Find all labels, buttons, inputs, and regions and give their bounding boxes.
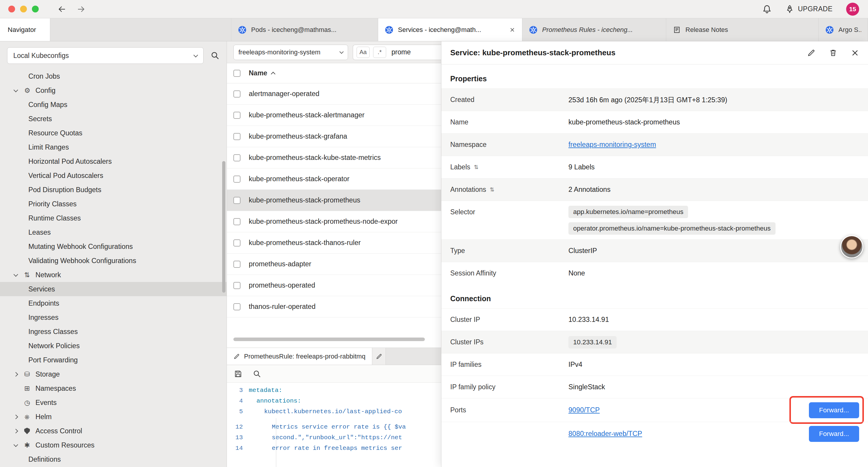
row-checkbox[interactable]: [234, 112, 241, 119]
table-row[interactable]: kube-prometheus-stack-operator: [227, 169, 441, 190]
floating-avatar[interactable]: [840, 235, 863, 258]
notification-badge[interactable]: 15: [846, 3, 859, 16]
expand-toggle-icon[interactable]: ⇅: [474, 164, 478, 171]
table-row[interactable]: kube-prometheus-stack-kube-state-metrics: [227, 147, 441, 169]
kubeconfig-select-value: Local Kubeconfigs: [13, 52, 69, 60]
sidebar-item-events[interactable]: ◷ Events: [0, 396, 226, 410]
sidebar-scrollbar[interactable]: [222, 161, 225, 293]
editor-tab-prometheusrule[interactable]: PrometheusRule: freeleaps-prod-rabbitmq: [227, 348, 372, 365]
sidebar-item-resource-quotas[interactable]: Resource Quotas: [0, 126, 226, 140]
table-row[interactable]: kube-prometheus-stack-alertmanager: [227, 105, 441, 126]
chevron-down-icon: [14, 444, 24, 446]
delete-button[interactable]: [829, 49, 837, 57]
chevron-right-icon: [14, 373, 24, 376]
table-row[interactable]: prometheus-operated: [227, 275, 441, 296]
sidebar-item-namespaces[interactable]: ⊞ Namespaces: [0, 381, 226, 396]
sidebar-item-runtime-classes[interactable]: Runtime Classes: [0, 211, 226, 225]
navigator-panel-tab[interactable]: Navigator: [0, 18, 50, 41]
row-checkbox[interactable]: [234, 197, 241, 204]
row-checkbox[interactable]: [234, 90, 241, 97]
table-row-selected[interactable]: kube-prometheus-stack-prometheus: [227, 190, 441, 211]
sidebar-item-validating-webhook-configurations[interactable]: Validating Webhook Configurations: [0, 254, 226, 268]
connection-heading: Connection: [441, 284, 868, 308]
sidebar-item-leases[interactable]: Leases: [0, 225, 226, 239]
forward-button[interactable]: Forward...: [809, 402, 859, 418]
code-line: error rate in freeleaps metrics ser: [249, 443, 402, 454]
forward-button[interactable]: [76, 5, 85, 13]
property-row-type: Type ClusterIP: [441, 239, 868, 262]
filter-input[interactable]: Aa .* prome: [353, 45, 441, 60]
tab-prometheus-rules[interactable]: Prometheus Rules - icecheng...: [522, 18, 666, 41]
match-case-toggle[interactable]: Aa: [356, 47, 370, 58]
forward-button[interactable]: Forward...: [809, 426, 859, 442]
window-minimize-button[interactable]: [20, 6, 27, 12]
editor-tab-partial[interactable]: [372, 348, 386, 365]
row-checkbox[interactable]: [234, 261, 241, 268]
sidebar-item-network[interactable]: ⇅ Network: [0, 268, 226, 282]
namespace-link[interactable]: freeleaps-monitoring-system: [568, 141, 656, 149]
table-row[interactable]: kube-prometheus-stack-prometheus-node-ex…: [227, 211, 441, 232]
row-checkbox[interactable]: [234, 154, 241, 162]
save-button[interactable]: [234, 370, 242, 378]
sidebar-item-config-maps[interactable]: Config Maps: [0, 97, 226, 112]
sidebar-item-cron-jobs[interactable]: Cron Jobs: [0, 69, 226, 83]
sidebar-item-horizontal-pod-autoscalers[interactable]: Horizontal Pod Autoscalers: [0, 154, 226, 169]
sidebar-item-vertical-pod-autoscalers[interactable]: Vertical Pod Autoscalers: [0, 169, 226, 183]
row-checkbox[interactable]: [234, 239, 241, 246]
sidebar-item-services[interactable]: Services: [0, 282, 226, 296]
edit-button[interactable]: [807, 49, 815, 57]
sidebar-item-custom-resources[interactable]: ✱ Custom Resources: [0, 438, 226, 452]
editor-search-button[interactable]: [253, 370, 261, 378]
tab-release-notes[interactable]: Release Notes: [666, 18, 819, 41]
sidebar-item-priority-classes[interactable]: Priority Classes: [0, 197, 226, 211]
sidebar-item-endpoints[interactable]: Endpoints: [0, 296, 226, 310]
port-link-9090[interactable]: 9090/TCP: [568, 406, 600, 414]
sidebar-item-storage[interactable]: ⛁ Storage: [0, 367, 226, 381]
close-button[interactable]: [851, 49, 859, 57]
namespace-select[interactable]: freeleaps-monitoring-system: [234, 45, 348, 60]
row-checkbox[interactable]: [234, 176, 241, 183]
row-checkbox[interactable]: [234, 303, 241, 310]
table-row[interactable]: prometheus-adapter: [227, 254, 441, 275]
code-line: kubectl.kubernetes.io/last-applied-co: [249, 406, 402, 417]
window-zoom-button[interactable]: [32, 6, 39, 12]
sidebar-item-network-policies[interactable]: Network Policies: [0, 339, 226, 353]
table-row[interactable]: kube-prometheus-stack-thanos-ruler: [227, 232, 441, 254]
window-close-button[interactable]: [8, 6, 15, 12]
row-checkbox[interactable]: [234, 282, 241, 289]
table-row[interactable]: thanos-ruler-operated: [227, 296, 441, 317]
table-row[interactable]: kube-prometheus-stack-grafana: [227, 126, 441, 147]
table-row[interactable]: alertmanager-operated: [227, 83, 441, 105]
horizontal-scrollbar[interactable]: [234, 338, 425, 341]
regex-toggle[interactable]: .*: [373, 47, 386, 58]
port-link-8080-reloader-web[interactable]: 8080:reloader-web/TCP: [568, 430, 642, 438]
select-all-checkbox[interactable]: [234, 70, 241, 77]
kubeconfig-select[interactable]: Local Kubeconfigs: [7, 47, 204, 64]
tab-pods[interactable]: Pods - icecheng@mathmas...: [231, 18, 378, 41]
row-checkbox[interactable]: [234, 133, 241, 140]
chevron-down-icon: [193, 53, 198, 57]
sidebar-item-pod-disruption-budgets[interactable]: Pod Disruption Budgets: [0, 183, 226, 197]
sidebar-item-helm[interactable]: ⎈ Helm: [0, 410, 226, 424]
sidebar-item-secrets[interactable]: Secrets: [0, 112, 226, 126]
sidebar-item-access-control[interactable]: Access Control: [0, 424, 226, 438]
expand-toggle-icon[interactable]: ⇅: [490, 186, 494, 193]
sidebar-item-config[interactable]: ⚙ Config: [0, 83, 226, 97]
sidebar-item-definitions[interactable]: Definitions: [0, 452, 226, 466]
name-column-header[interactable]: Name: [249, 69, 267, 77]
back-button[interactable]: [58, 5, 66, 13]
tab-argo[interactable]: Argo S...: [819, 18, 868, 41]
notifications-button[interactable]: [762, 4, 772, 14]
sidebar-item-ingresses[interactable]: Ingresses: [0, 310, 226, 324]
sidebar-item-mutating-webhook-configurations[interactable]: Mutating Webhook Configurations: [0, 239, 226, 254]
sidebar-item-port-forwarding[interactable]: Port Forwarding: [0, 353, 226, 367]
tab-services[interactable]: Services - icecheng@math...: [378, 18, 522, 41]
sidebar-item-limit-ranges[interactable]: Limit Ranges: [0, 140, 226, 154]
close-icon[interactable]: [509, 27, 516, 33]
sidebar-item-ingress-classes[interactable]: Ingress Classes: [0, 324, 226, 339]
upgrade-button[interactable]: UPGRADE: [785, 5, 833, 13]
services-list-panel: freeleaps-monitoring-system Aa .* prome …: [227, 41, 441, 467]
row-checkbox[interactable]: [234, 218, 241, 225]
code-editor[interactable]: 3metadata: 4annotations: 5kubectl.kubern…: [227, 383, 441, 467]
sidebar-search-button[interactable]: [211, 51, 219, 60]
